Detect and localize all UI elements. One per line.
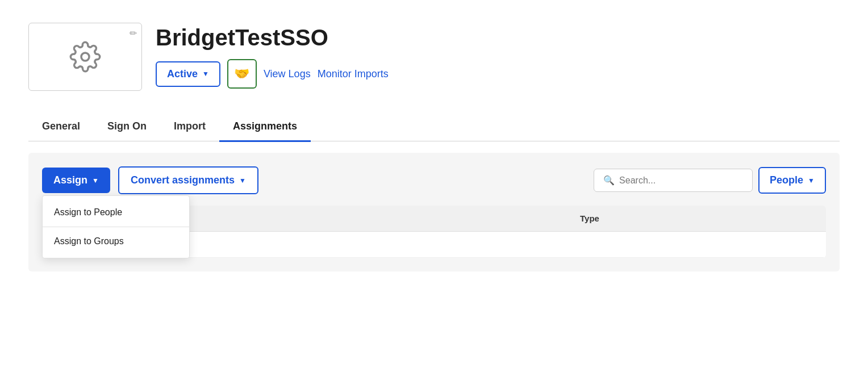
dropdown-divider <box>43 227 189 227</box>
gear-icon <box>69 41 101 73</box>
convert-assignments-label: Convert assignments <box>131 174 235 186</box>
tabs-nav: General Sign On Import Assignments <box>28 111 840 141</box>
handshake-icon: 🤝 <box>234 66 249 81</box>
chevron-down-icon: ▼ <box>239 177 246 185</box>
search-box: 🔍 <box>594 169 753 192</box>
header-info: BridgetTestSSO Active ▼ 🤝 View Logs Moni… <box>156 25 389 89</box>
active-status-label: Active <box>167 68 198 80</box>
assign-to-groups-item[interactable]: Assign to Groups <box>43 228 189 254</box>
handshake-button[interactable]: 🤝 <box>227 59 257 89</box>
tab-import[interactable]: Import <box>160 112 219 142</box>
assign-button[interactable]: Assign ▼ <box>42 168 110 193</box>
convert-assignments-button[interactable]: Convert assignments ▼ <box>118 166 258 194</box>
active-status-button[interactable]: Active ▼ <box>156 61 220 87</box>
tab-sign-on[interactable]: Sign On <box>94 112 160 142</box>
page-title: BridgetTestSSO <box>156 25 389 50</box>
search-input[interactable] <box>619 175 743 186</box>
assignments-toolbar: Assign ▼ Assign to People Assign to Grou… <box>42 166 826 194</box>
people-label: People <box>770 174 803 186</box>
chevron-down-icon: ▼ <box>202 70 209 78</box>
chevron-down-icon: ▼ <box>92 177 99 185</box>
assign-dropdown-container: Assign ▼ Assign to People Assign to Grou… <box>42 168 110 193</box>
search-wrapper: 🔍 People ▼ <box>594 167 826 194</box>
app-logo: ✏ <box>28 23 142 91</box>
header-actions: Active ▼ 🤝 View Logs Monitor Imports <box>156 59 389 89</box>
chevron-down-icon: ▼ <box>808 177 815 185</box>
assign-to-people-item[interactable]: Assign to People <box>43 199 189 225</box>
assign-label: Assign <box>53 174 87 186</box>
view-logs-button[interactable]: View Logs <box>264 68 311 80</box>
people-filter-button[interactable]: People ▼ <box>758 167 826 194</box>
search-icon: 🔍 <box>603 175 615 186</box>
content-panel: Assign ▼ Assign to People Assign to Grou… <box>28 153 840 271</box>
monitor-imports-button[interactable]: Monitor Imports <box>318 68 389 80</box>
edit-icon[interactable]: ✏ <box>130 28 137 39</box>
assign-dropdown-menu: Assign to People Assign to Groups <box>42 195 190 258</box>
app-header: ✏ BridgetTestSSO Active ▼ 🤝 View Logs Mo… <box>28 23 840 91</box>
svg-point-0 <box>81 53 89 61</box>
tab-general[interactable]: General <box>28 112 94 142</box>
page-container: ✏ BridgetTestSSO Active ▼ 🤝 View Logs Mo… <box>0 0 868 271</box>
col-type-header: Type <box>365 214 815 223</box>
tab-assignments[interactable]: Assignments <box>219 112 311 142</box>
